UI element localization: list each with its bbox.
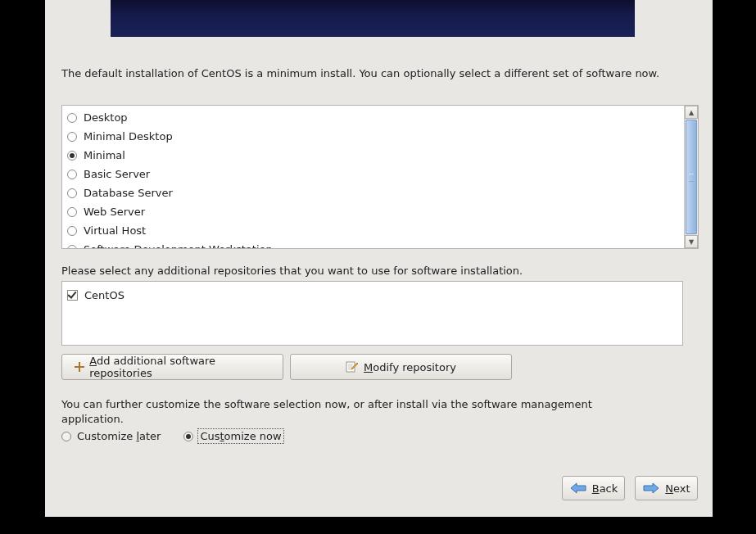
install-type-list[interactable]: DesktopMinimal DesktopMinimalBasic Serve… [62, 106, 684, 248]
customize-later-label: Customize later [77, 430, 161, 442]
checkbox-icon [67, 290, 78, 301]
arrow-left-icon [569, 482, 587, 494]
install-type-label: Minimal [84, 149, 125, 161]
header-banner [111, 0, 635, 37]
install-type-option[interactable]: Basic Server [62, 165, 684, 183]
add-repo-button[interactable]: Add additional software repositories [61, 354, 283, 380]
customize-text: You can further customize the software s… [61, 397, 635, 426]
radio-icon [183, 432, 193, 441]
back-button[interactable]: Back [562, 476, 625, 500]
edit-icon [346, 360, 359, 373]
add-repo-label: Add additional software repositories [89, 355, 271, 379]
customize-now-radio[interactable]: Customize now [183, 430, 282, 442]
installer-window: The default installation of CentOS is a … [45, 0, 713, 517]
scroll-down-button[interactable]: ▼ [685, 235, 698, 248]
next-button[interactable]: Next [635, 476, 698, 500]
customize-later-radio[interactable]: Customize later [61, 430, 161, 442]
repo-button-row: Add additional software repositories Mod… [61, 354, 512, 380]
back-label: Back [592, 482, 618, 495]
radio-icon [67, 170, 77, 179]
nav-button-row: Back Next [562, 476, 698, 500]
radio-icon [67, 245, 77, 249]
install-type-label: Web Server [84, 206, 145, 218]
customize-radio-group: Customize later Customize now [61, 430, 283, 442]
install-type-option[interactable]: Virtual Host [62, 221, 684, 240]
install-type-option[interactable]: Minimal Desktop [62, 127, 684, 146]
scroll-up-button[interactable]: ▲ [685, 106, 698, 119]
install-type-label: Desktop [84, 111, 128, 124]
install-type-listbox: DesktopMinimal DesktopMinimalBasic Serve… [61, 105, 699, 249]
repo-label: CentOS [84, 289, 124, 301]
modify-repo-button[interactable]: Modify repository [290, 354, 512, 380]
arrow-right-icon [642, 482, 660, 494]
install-type-label: Basic Server [84, 168, 150, 180]
install-type-option[interactable]: Software Development Workstation [62, 240, 684, 248]
repo-option[interactable]: CentOS [67, 287, 677, 303]
install-type-label: Software Development Workstation [84, 243, 273, 248]
repo-listbox[interactable]: CentOS [61, 281, 683, 346]
scroll-thumb[interactable] [686, 120, 697, 234]
install-type-option[interactable]: Web Server [62, 202, 684, 221]
repos-prompt: Please select any additional repositorie… [61, 265, 523, 277]
radio-icon [67, 132, 77, 142]
radio-icon [67, 151, 77, 161]
customize-now-label: Customize now [199, 430, 282, 442]
radio-icon [67, 226, 77, 236]
install-type-label: Database Server [84, 187, 173, 199]
install-type-label: Minimal Desktop [84, 130, 173, 143]
modify-repo-label: Modify repository [364, 361, 456, 373]
next-label: Next [665, 482, 690, 495]
install-type-option[interactable]: Minimal [62, 146, 684, 165]
plus-icon [74, 361, 84, 373]
install-type-option[interactable]: Database Server [62, 183, 684, 202]
intro-text: The default installation of CentOS is a … [61, 66, 692, 81]
radio-icon [67, 188, 77, 198]
radio-icon [61, 432, 71, 441]
install-type-label: Virtual Host [84, 224, 146, 237]
scrollbar[interactable]: ▲ ▼ [684, 106, 698, 248]
install-type-option[interactable]: Desktop [62, 108, 684, 127]
radio-icon [67, 207, 77, 217]
radio-icon [67, 113, 77, 123]
